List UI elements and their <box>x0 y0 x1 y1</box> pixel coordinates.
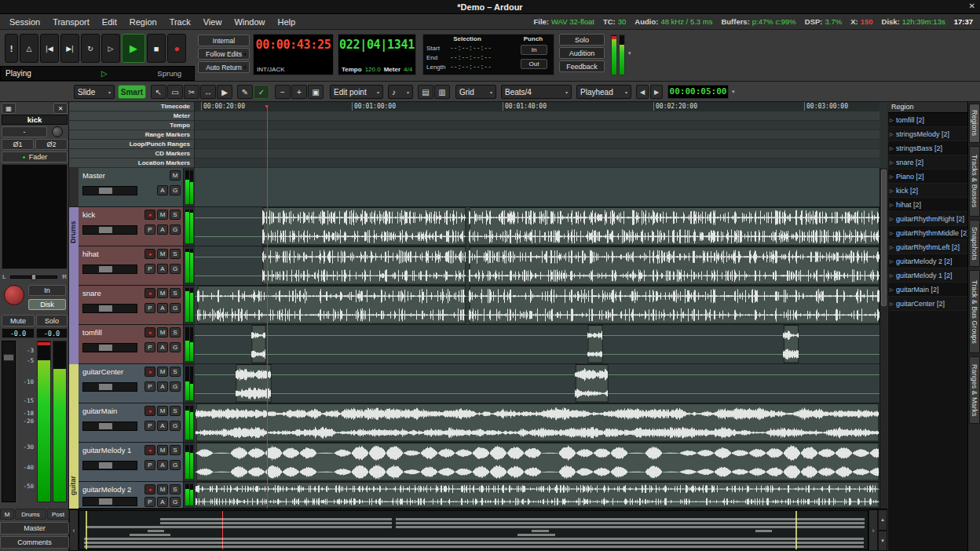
menu-item-window[interactable]: Window <box>228 17 271 27</box>
strip-tab-drums[interactable]: Drums <box>15 509 46 520</box>
disclosure-triangle-icon[interactable]: ▷ <box>888 244 896 250</box>
solo-button[interactable]: Solo <box>36 315 68 327</box>
automation-button[interactable]: A <box>157 497 168 507</box>
grab-mode-button[interactable]: ↖ <box>151 85 166 99</box>
mute-button[interactable]: M <box>157 249 168 259</box>
nudge-forward-button[interactable]: ▶ <box>650 85 663 99</box>
region-list-item[interactable]: ▷Piano [2] <box>888 170 967 184</box>
record-arm-button[interactable]: ● <box>144 210 155 220</box>
phase-invert-2-button[interactable]: Ø2 <box>35 139 68 150</box>
selection-length-value[interactable]: --:--:--:-- <box>450 64 492 72</box>
selection-start-value[interactable]: --:--:--:-- <box>450 45 492 53</box>
track-content[interactable] <box>195 364 879 403</box>
playhead-line[interactable] <box>267 105 268 509</box>
pan-slider[interactable] <box>10 276 57 279</box>
track-fader-handle[interactable] <box>99 423 112 429</box>
side-tab-ranges-marks[interactable]: Ranges & Marks <box>969 356 980 424</box>
region-list-item[interactable]: ▷stringsBass [2] <box>888 141 967 155</box>
group-button[interactable]: G <box>170 497 181 507</box>
menu-item-track[interactable]: Track <box>163 17 197 27</box>
region-list-item[interactable]: ▷guitarCenter [2] <box>888 297 967 311</box>
audition-mode-button[interactable]: ▶ <box>217 85 232 99</box>
disclosure-triangle-icon[interactable]: ▷ <box>888 301 896 306</box>
trim-knob[interactable] <box>52 126 63 137</box>
edit-group-label[interactable]: guitar <box>69 463 79 507</box>
ruler-tempo[interactable] <box>195 121 879 130</box>
track-header[interactable]: guitarCenter●MSPAG <box>79 364 184 403</box>
region-list-item[interactable]: ▷tomfill [2] <box>888 113 967 127</box>
mute-button[interactable]: M <box>157 445 168 455</box>
punch-in-button[interactable]: In <box>521 45 547 55</box>
monitor-disk-button[interactable]: Disk <box>28 299 66 310</box>
playlist-button[interactable]: P <box>144 342 155 352</box>
trim-button[interactable]: - <box>2 126 47 137</box>
track-waveform-canvas[interactable] <box>195 207 879 246</box>
track-waveform-canvas[interactable] <box>195 482 879 508</box>
track-name[interactable]: kick <box>82 210 95 219</box>
grid-unit-select[interactable]: Beats/4 ▾ <box>501 85 572 99</box>
strip-tab-m[interactable]: M <box>0 509 14 520</box>
playlist-button[interactable]: P <box>144 381 155 392</box>
nudge-backward-button[interactable]: ◀ <box>636 85 649 99</box>
mute-button[interactable]: M <box>157 210 168 220</box>
playlist-button[interactable]: P <box>144 303 155 313</box>
ruler-meter[interactable] <box>195 111 879 121</box>
side-tab-snapshots[interactable]: Snapshots <box>969 220 980 267</box>
gain-display[interactable]: -0.0 <box>2 328 35 338</box>
disclosure-triangle-icon[interactable]: ▷ <box>888 145 896 151</box>
automation-button[interactable]: A <box>157 224 168 235</box>
track-group-strip[interactable] <box>69 364 79 403</box>
record-arm-button[interactable]: ● <box>144 367 155 377</box>
internal-edit-button[interactable]: ✓ <box>254 85 269 99</box>
track-fader-handle[interactable] <box>99 188 112 194</box>
record-arm-button[interactable]: ● <box>144 406 155 416</box>
region-list-item[interactable]: ▷kick [2] <box>888 184 967 198</box>
group-button[interactable]: G <box>170 224 181 235</box>
region-list-item[interactable]: ▷hihat [2] <box>888 198 967 212</box>
master-button[interactable]: Master <box>0 522 69 535</box>
track-header[interactable]: tomfill●MSPAG <box>79 325 184 364</box>
track-header[interactable]: guitarMain●MSPAG <box>79 403 184 443</box>
automation-button[interactable]: A <box>157 303 168 313</box>
playlist-button[interactable]: P <box>144 224 155 235</box>
menu-item-region[interactable]: Region <box>123 17 163 27</box>
solo-button[interactable]: S <box>170 445 181 455</box>
mute-button[interactable]: M <box>157 288 168 298</box>
group-button[interactable]: G <box>170 421 181 431</box>
track-group-strip[interactable] <box>69 286 79 325</box>
solo-button[interactable]: S <box>170 327 181 338</box>
track-name[interactable]: snare <box>82 289 101 297</box>
group-button[interactable]: G <box>170 185 181 195</box>
automation-button[interactable]: A <box>157 342 168 352</box>
disclosure-triangle-icon[interactable]: ▷ <box>888 286 896 292</box>
record-arm-button[interactable]: ● <box>144 249 155 259</box>
internal-button[interactable]: Internal <box>198 35 250 46</box>
disclosure-triangle-icon[interactable]: ▷ <box>888 230 896 235</box>
record-arm-button[interactable]: ● <box>144 288 155 298</box>
ruler-cd-markers[interactable] <box>195 149 879 159</box>
range-mode-button[interactable]: ▭ <box>167 85 183 99</box>
ruler-loop-punch-ranges[interactable] <box>195 140 879 149</box>
track-fader[interactable] <box>82 382 137 392</box>
edit-mode-select[interactable]: Slide ▾ <box>74 85 115 99</box>
track-fader[interactable] <box>82 343 137 352</box>
track-fader[interactable] <box>82 461 137 470</box>
automation-button[interactable]: A <box>157 421 168 431</box>
note-value-select[interactable]: ♪ ▾ <box>388 85 413 99</box>
track-fader-handle[interactable] <box>99 305 112 312</box>
region-list-item[interactable]: ▷stringsMelody [2] <box>888 127 967 141</box>
track-header[interactable]: guitarMelody 2●MSPAG <box>79 482 184 509</box>
track-fader-handle[interactable] <box>99 266 112 272</box>
solo-button[interactable]: S <box>170 367 181 377</box>
nudge-clock-caret-icon[interactable]: ▾ <box>732 89 735 95</box>
track-content[interactable] <box>195 286 879 325</box>
draw-mode-button[interactable]: ✎ <box>237 85 253 99</box>
record-arm-button[interactable]: ● <box>144 445 155 455</box>
stretch-mode-button[interactable]: ↔ <box>200 85 216 99</box>
solo-button[interactable]: S <box>170 210 181 220</box>
track-content[interactable] <box>195 325 879 364</box>
automation-button[interactable]: A <box>157 460 168 470</box>
region-list-header[interactable]: Region <box>888 102 967 113</box>
edit-group-label[interactable]: Drums <box>69 210 79 254</box>
loop-button[interactable]: ↻ <box>81 34 100 63</box>
